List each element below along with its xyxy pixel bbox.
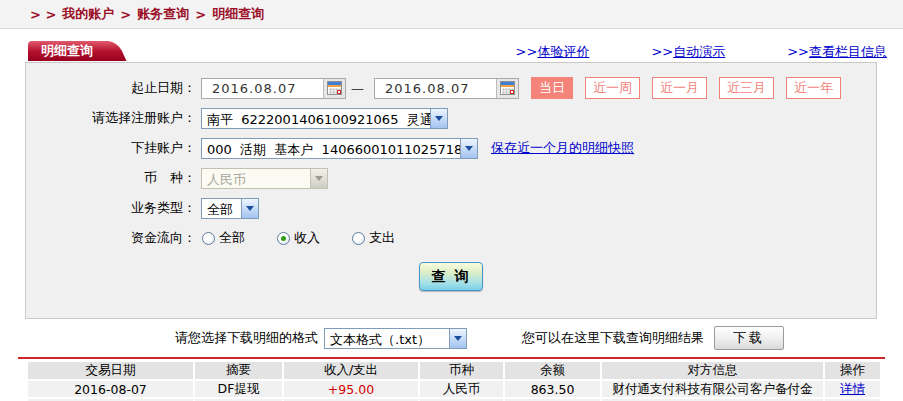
cell-currency: 人民币 (420, 381, 503, 397)
flow-radio-0[interactable] (202, 232, 215, 245)
cell-balance: 863.50 (505, 381, 600, 397)
flow-option-all-label: 全部 (219, 229, 245, 247)
date-from-input[interactable]: 2016.08.07 (201, 78, 346, 99)
download-button[interactable]: 下载 (714, 326, 784, 350)
date-from-value: 2016.08.07 (202, 79, 323, 98)
link-label: 查看栏目信息 (809, 44, 887, 59)
breadcrumb-separator: > (120, 7, 131, 22)
currency-row: 币 种： 人民币 (26, 167, 876, 189)
currency-label: 币 种： (26, 169, 196, 187)
flow-radio-1[interactable] (277, 232, 290, 245)
download-format-label: 请您选择下载明细的格式 (175, 329, 318, 347)
date-to-input[interactable]: 2016.08.07 (374, 78, 519, 99)
currency-value: 人民币 (202, 169, 310, 188)
calendar-icon[interactable] (323, 79, 345, 98)
header-summary: 摘要 (195, 362, 282, 379)
calendar-icon[interactable] (496, 79, 518, 98)
flow-option-all[interactable]: 全部 (202, 229, 245, 247)
chevron-down-icon (460, 139, 477, 158)
quick-range-month-button[interactable]: 近一月 (652, 77, 707, 99)
page-title-tab: 明细查询 (28, 41, 109, 61)
cell-counterparty: 财付通支付科技有限公司客户备付金 (602, 381, 823, 397)
quick-range-quarter-button[interactable]: 近三月 (719, 77, 774, 99)
date-to-value: 2016.08.07 (375, 79, 496, 98)
download-hint: 您可以在这里下载查询明细结果 (522, 329, 704, 347)
link-label: 体验评价 (537, 44, 589, 59)
header-action: 操作 (825, 362, 880, 379)
link-prefix: >> (787, 44, 809, 59)
flow-option-income[interactable]: 收入 (277, 229, 320, 247)
header-balance: 余额 (505, 362, 600, 379)
quick-range-today-button[interactable]: 当日 (531, 77, 573, 99)
breadcrumb: > > 我的账户 > 账务查询 > 明细查询 (0, 0, 903, 29)
breadcrumb-item-account-query[interactable]: 账务查询 (137, 5, 189, 23)
download-format-select[interactable]: 文本格式（.txt） (324, 328, 467, 349)
query-button[interactable]: 查 询 (419, 262, 483, 291)
header-counterparty: 对方信息 (602, 362, 823, 379)
table-row: 2016-08-07 DF提现 +95.00 人民币 863.50 财付通支付科… (28, 381, 880, 397)
flow-option-expense-label: 支出 (369, 229, 395, 247)
query-form-panel: 起止日期： 2016.08.07 — 2016.08.07 (25, 62, 877, 319)
link-prefix: >> (516, 44, 538, 59)
cell-date: 2016-08-07 (28, 381, 193, 397)
sub-account-value: 000 活期 基本户 1406600101102571848 (202, 139, 460, 158)
link-prefix: >> (651, 44, 673, 59)
currency-select: 人民币 (201, 168, 328, 189)
breadcrumb-separator: > (195, 7, 206, 22)
results-table: 交易日期 摘要 收入/支出 币种 余额 对方信息 操作 2016-08-07 D… (28, 362, 880, 401)
date-separator: — (351, 81, 364, 96)
tab-row: 明细查询 >>体验评价 >>自动演示 >>查看栏目信息 (0, 41, 903, 62)
chevron-down-icon (449, 329, 466, 348)
registered-account-select[interactable]: 南平 6222001406100921065 灵通卡 (201, 108, 448, 129)
breadcrumb-prefix: > > (30, 7, 56, 22)
header-date: 交易日期 (28, 362, 193, 379)
fund-flow-row: 资金流向： 全部 收入 支出 (26, 227, 876, 249)
save-snapshot-link[interactable]: 保存近一个月的明细快照 (491, 139, 634, 157)
sub-account-label: 下挂账户： (26, 139, 196, 157)
date-range-label: 起止日期： (26, 79, 196, 97)
date-range-row: 起止日期： 2016.08.07 — 2016.08.07 (26, 77, 876, 99)
sub-account-row: 下挂账户： 000 活期 基本户 1406600101102571848 保存近… (26, 137, 876, 159)
quick-range-year-button[interactable]: 近一年 (786, 77, 841, 99)
cell-summary: DF提现 (195, 381, 282, 397)
detail-link[interactable]: 详情 (840, 381, 865, 397)
cell-amount: +95.00 (284, 381, 418, 397)
business-type-value: 全部 (202, 199, 241, 218)
registered-account-row: 请选择注册账户： 南平 6222001406100921065 灵通卡 (26, 107, 876, 129)
flow-option-income-label: 收入 (294, 229, 320, 247)
auto-demo-link[interactable]: >>自动演示 (651, 43, 725, 61)
fund-flow-label: 资金流向： (26, 229, 196, 247)
registered-account-value: 南平 6222001406100921065 灵通卡 (202, 109, 430, 128)
top-links: >>体验评价 >>自动演示 >>查看栏目信息 (516, 43, 887, 61)
flow-option-expense[interactable]: 支出 (352, 229, 395, 247)
table-top-divider (18, 357, 885, 359)
breadcrumb-item-my-account[interactable]: 我的账户 (62, 5, 114, 23)
flow-radio-2[interactable] (352, 232, 365, 245)
header-currency: 币种 (420, 362, 503, 379)
business-type-select[interactable]: 全部 (201, 198, 259, 219)
chevron-down-icon (310, 169, 327, 188)
quick-range-week-button[interactable]: 近一周 (585, 77, 640, 99)
experience-review-link[interactable]: >>体验评价 (516, 43, 590, 61)
download-row: 请您选择下载明细的格式 文本格式（.txt） 您可以在这里下载查询明细结果 下载 (0, 325, 903, 351)
header-amount: 收入/支出 (284, 362, 418, 379)
chevron-down-icon (241, 199, 258, 218)
business-type-row: 业务类型： 全部 (26, 197, 876, 219)
chevron-down-icon (430, 109, 447, 128)
column-info-link[interactable]: >>查看栏目信息 (787, 43, 887, 61)
breadcrumb-item-detail-query[interactable]: 明细查询 (212, 5, 264, 23)
table-header-row: 交易日期 摘要 收入/支出 币种 余额 对方信息 操作 (28, 362, 880, 379)
sub-account-select[interactable]: 000 活期 基本户 1406600101102571848 (201, 138, 478, 159)
link-label: 自动演示 (673, 44, 725, 59)
registered-account-label: 请选择注册账户： (26, 109, 196, 127)
business-type-label: 业务类型： (26, 199, 196, 217)
download-format-value: 文本格式（.txt） (325, 329, 449, 348)
